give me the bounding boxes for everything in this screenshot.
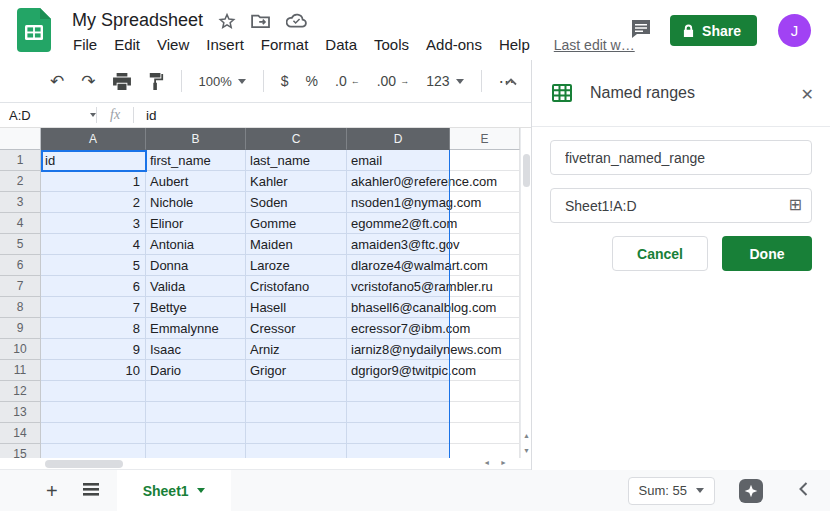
cell-A3[interactable]: 2 [41, 192, 146, 213]
cell-A11[interactable]: 10 [41, 360, 146, 381]
close-icon[interactable]: ✕ [801, 85, 814, 104]
cell-C14[interactable] [246, 423, 347, 444]
zoom-select[interactable]: 100% [199, 74, 246, 89]
cell-C12[interactable] [246, 381, 347, 402]
cell-E5[interactable] [450, 234, 520, 255]
scroll-right-icon[interactable]: ► [500, 459, 507, 466]
cell-A6[interactable]: 5 [41, 255, 146, 276]
cell-D11[interactable]: dgrigor9@twitpic.com [347, 360, 450, 381]
cell-B10[interactable]: Isaac [146, 339, 246, 360]
explore-button[interactable] [739, 479, 763, 503]
cell-B2[interactable]: Aubert [146, 171, 246, 192]
menu-insert[interactable]: Insert [204, 36, 246, 53]
cell-A2[interactable]: 1 [41, 171, 146, 192]
cloud-saved-icon[interactable] [286, 13, 307, 28]
formula-input[interactable]: id [134, 108, 157, 123]
cell-D7[interactable]: vcristofano5@rambler.ru [347, 276, 450, 297]
cell-C7[interactable]: Cristofano [246, 276, 347, 297]
cell-A12[interactable] [41, 381, 146, 402]
print-button[interactable] [113, 73, 131, 90]
cell-C11[interactable]: Grigor [246, 360, 347, 381]
cell-B14[interactable] [146, 423, 246, 444]
cell-D6[interactable]: dlaroze4@walmart.com [347, 255, 450, 276]
done-button[interactable]: Done [722, 236, 812, 271]
cell-D14[interactable] [347, 423, 450, 444]
column-header-B[interactable]: B [146, 128, 246, 150]
sheets-logo-icon[interactable] [17, 8, 51, 52]
cell-D2[interactable]: akahler0@reference.com [347, 171, 450, 192]
sum-dropdown[interactable]: Sum: 55 [628, 477, 715, 505]
column-header-E[interactable]: E [450, 128, 520, 150]
range-name-input[interactable] [550, 140, 812, 175]
all-sheets-icon[interactable] [83, 482, 99, 500]
collapse-panel-chevron-icon[interactable] [799, 482, 808, 500]
cell-A4[interactable]: 3 [41, 213, 146, 234]
menu-file[interactable]: File [71, 36, 99, 53]
name-box[interactable]: A:D [0, 108, 96, 123]
row-header-6[interactable]: 6 [0, 255, 41, 276]
cell-C2[interactable]: Kahler [246, 171, 347, 192]
cell-B12[interactable] [146, 381, 246, 402]
menu-edit[interactable]: Edit [112, 36, 142, 53]
last-edit-link[interactable]: Last edit w… [554, 37, 635, 53]
sheet-tab[interactable]: Sheet1 [117, 470, 231, 511]
cell-D1[interactable]: email [347, 150, 450, 171]
select-data-range-icon[interactable]: ⊞ [789, 195, 802, 214]
range-ref-input[interactable] [550, 188, 812, 223]
cell-C15[interactable] [246, 444, 347, 458]
cell-E14[interactable] [450, 423, 520, 444]
row-header-5[interactable]: 5 [0, 234, 41, 255]
cell-D12[interactable] [347, 381, 450, 402]
menu-view[interactable]: View [155, 36, 191, 53]
document-title[interactable]: My Spreadsheet [72, 10, 203, 31]
cell-E15[interactable] [450, 444, 520, 458]
undo-button[interactable]: ↶ [50, 73, 64, 90]
row-header-8[interactable]: 8 [0, 297, 41, 318]
row-header-13[interactable]: 13 [0, 402, 41, 423]
vertical-scrollbar-thumb[interactable] [523, 154, 530, 187]
cell-A9[interactable]: 8 [41, 318, 146, 339]
horizontal-scrollbar-thumb[interactable] [45, 460, 123, 468]
cell-B1[interactable]: first_name [146, 150, 246, 171]
cell-C4[interactable]: Gomme [246, 213, 347, 234]
increase-decimal-button[interactable]: .00→ [377, 73, 409, 89]
cell-E12[interactable] [450, 381, 520, 402]
cell-C3[interactable]: Soden [246, 192, 347, 213]
row-header-14[interactable]: 14 [0, 423, 41, 444]
row-header-12[interactable]: 12 [0, 381, 41, 402]
cell-B9[interactable]: Emmalynne [146, 318, 246, 339]
cell-A14[interactable] [41, 423, 146, 444]
column-header-D[interactable]: D [347, 128, 450, 150]
cell-B8[interactable]: Bettye [146, 297, 246, 318]
avatar[interactable]: J [778, 14, 811, 47]
cell-D8[interactable]: bhasell6@canalblog.com [347, 297, 450, 318]
cancel-button[interactable]: Cancel [612, 236, 708, 271]
cell-D15[interactable] [347, 444, 450, 458]
column-header-A[interactable]: A [41, 128, 146, 150]
cell-D5[interactable]: amaiden3@ftc.gov [347, 234, 450, 255]
cell-C6[interactable]: Laroze [246, 255, 347, 276]
decrease-decimal-button[interactable]: .0← [335, 73, 360, 89]
cell-C8[interactable]: Hasell [246, 297, 347, 318]
menu-tools[interactable]: Tools [372, 36, 411, 53]
scroll-up-icon[interactable]: ▲ [523, 432, 530, 439]
menu-format[interactable]: Format [259, 36, 311, 53]
cell-E13[interactable] [450, 402, 520, 423]
scroll-down-icon[interactable]: ▼ [523, 447, 530, 454]
cell-D4[interactable]: egomme2@ft.com [347, 213, 450, 234]
cell-B11[interactable]: Dario [146, 360, 246, 381]
cell-C13[interactable] [246, 402, 347, 423]
cell-C9[interactable]: Cressor [246, 318, 347, 339]
cell-E1[interactable] [450, 150, 520, 171]
cell-A1[interactable]: id [41, 150, 146, 171]
row-header-4[interactable]: 4 [0, 213, 41, 234]
row-header-9[interactable]: 9 [0, 318, 41, 339]
cell-B15[interactable] [146, 444, 246, 458]
cell-B6[interactable]: Donna [146, 255, 246, 276]
row-header-3[interactable]: 3 [0, 192, 41, 213]
menu-addons[interactable]: Add-ons [424, 36, 484, 53]
cell-A13[interactable] [41, 402, 146, 423]
cell-C10[interactable]: Arniz [246, 339, 347, 360]
menu-data[interactable]: Data [323, 36, 359, 53]
cell-B13[interactable] [146, 402, 246, 423]
